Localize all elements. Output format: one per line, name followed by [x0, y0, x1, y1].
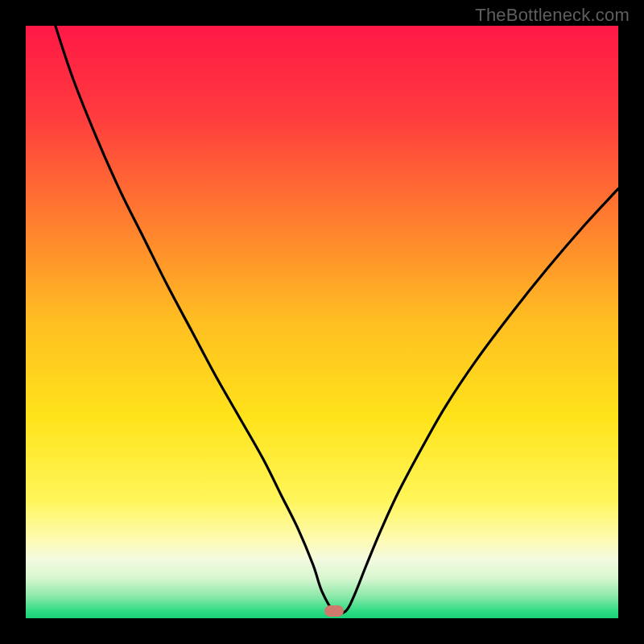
gradient-background — [26, 26, 618, 618]
watermark-text: TheBottleneck.com — [475, 5, 630, 26]
plot-area — [26, 26, 618, 618]
chart-frame: TheBottleneck.com — [0, 0, 644, 644]
optimal-marker — [324, 605, 344, 617]
